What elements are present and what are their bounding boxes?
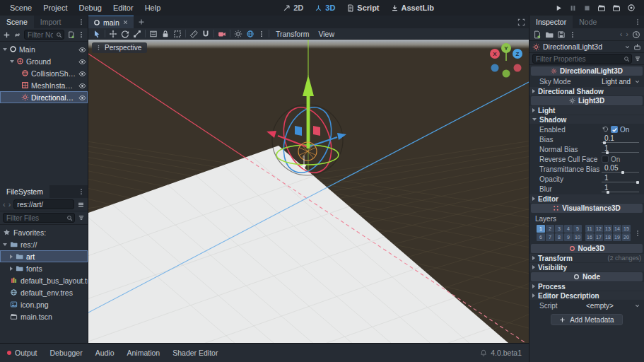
transform-menu[interactable]: Transform — [273, 30, 312, 38]
tab-filesystem[interactable]: FileSystem — [0, 185, 49, 198]
layer-cell[interactable]: 12 — [595, 225, 603, 233]
history-forward-icon[interactable]: › — [626, 30, 628, 38]
pause-button[interactable] — [569, 4, 577, 12]
new-resource-icon[interactable] — [533, 30, 541, 39]
layer-cell[interactable]: 1 — [537, 225, 545, 233]
section-shadow[interactable]: Shadow — [529, 115, 644, 124]
scene-tree-menu-icon[interactable] — [78, 31, 85, 38]
nav-back-icon[interactable]: ‹ — [3, 201, 6, 209]
menu-scene[interactable]: Scene — [4, 4, 37, 12]
expand-arrow-icon[interactable] — [10, 267, 13, 271]
tree-row-main[interactable]: Main — [0, 43, 88, 55]
nav-forward-icon[interactable]: › — [8, 201, 11, 209]
axis-ball-neg-x[interactable] — [514, 64, 522, 72]
bell-icon[interactable] — [480, 349, 487, 356]
dock-menu-icon[interactable] — [75, 16, 88, 28]
current-path-field[interactable] — [13, 199, 74, 209]
bottom-panel-animation[interactable]: Animation — [127, 349, 160, 357]
scale-tool-icon[interactable] — [133, 30, 141, 38]
ruler-icon[interactable] — [189, 30, 198, 38]
tree-row-collisionshape3d[interactable]: CollisionShape3d — [0, 67, 88, 79]
revert-icon[interactable] — [602, 126, 609, 133]
tree-row-ground[interactable]: Ground — [0, 55, 88, 67]
slider-grabber[interactable] — [606, 151, 609, 154]
visibility-eye-icon[interactable] — [78, 93, 86, 102]
sky-mode-dropdown[interactable]: Light and Sky — [602, 78, 640, 86]
transmittance-bias-spin-slider[interactable]: 0.05 — [602, 164, 640, 174]
fs-row-fonts[interactable]: fonts — [0, 262, 88, 274]
play-custom-scene-button[interactable] — [612, 4, 621, 12]
section-editor[interactable]: Editor — [529, 194, 644, 203]
layer-cell[interactable]: 20 — [622, 233, 631, 241]
tab-scene[interactable]: Scene — [0, 16, 34, 28]
add-node-button[interactable] — [3, 31, 11, 39]
layer-cell[interactable]: 4 — [564, 225, 573, 233]
play-button[interactable] — [555, 4, 563, 12]
layer-cell[interactable]: 13 — [604, 225, 612, 233]
layer-cell[interactable]: 5 — [573, 225, 582, 233]
view-axis-gizmo[interactable]: X Y Z — [487, 42, 525, 80]
rotate-tool-icon[interactable] — [121, 30, 129, 38]
fs-row-default-bus-layout[interactable]: default_bus_layout.tres — [0, 274, 88, 286]
distraction-free-icon[interactable] — [514, 16, 529, 28]
bottom-panel-output[interactable]: Output — [7, 349, 37, 357]
visibility-eye-icon[interactable] — [78, 45, 86, 54]
section-light[interactable]: Light — [529, 106, 644, 115]
workspace-script[interactable]: Script — [346, 4, 379, 12]
instance-scene-button[interactable] — [13, 31, 21, 39]
fs-row-main-tscn[interactable]: main.tscn — [0, 310, 88, 322]
collapse-arrow-icon[interactable] — [3, 48, 7, 51]
inspector-dock-menu-icon[interactable] — [631, 16, 644, 28]
bottom-panel-shader-editor[interactable]: Shader Editor — [172, 349, 218, 357]
scene-tab-main[interactable]: main — [88, 16, 134, 28]
slider-grabber[interactable] — [607, 191, 609, 194]
bias-spin-slider[interactable]: 0.1 — [602, 134, 640, 144]
add-metadata-button[interactable]: Add Metadata — [551, 314, 623, 325]
collapse-arrow-icon[interactable] — [10, 60, 14, 63]
fs-row-icon-png[interactable]: icon.png — [0, 298, 88, 310]
layer-cell[interactable]: 6 — [537, 233, 545, 241]
tree-row-meshinstance3d[interactable]: MeshInstance3d — [0, 79, 88, 91]
menu-project[interactable]: Project — [37, 4, 73, 12]
layer-cell[interactable]: 9 — [564, 233, 573, 241]
layer-cell[interactable]: 8 — [555, 233, 563, 241]
layer-cell[interactable]: 14 — [613, 225, 621, 233]
resource-menu-icon[interactable] — [569, 31, 576, 38]
workspace-3d[interactable]: 3D — [315, 4, 335, 12]
layer-cell[interactable]: 2 — [546, 225, 554, 233]
layer-cell[interactable]: 15 — [622, 225, 631, 233]
fs-row-res[interactable]: res:// — [0, 238, 88, 250]
filter-properties-input[interactable] — [532, 54, 632, 64]
split-mode-icon[interactable] — [77, 201, 85, 209]
layer-cell[interactable]: 19 — [613, 233, 621, 241]
load-resource-icon[interactable] — [545, 30, 554, 39]
menu-debug[interactable]: Debug — [73, 4, 107, 12]
object-options-icon[interactable] — [633, 43, 641, 51]
sun-toggle-icon[interactable] — [234, 30, 242, 38]
script-dropdown[interactable]: <empty> — [568, 302, 640, 310]
enabled-checkbox[interactable] — [611, 126, 618, 133]
preview-menu-icon[interactable] — [258, 30, 265, 37]
layer-cell[interactable]: 18 — [604, 233, 612, 241]
layer-cell[interactable]: 10 — [573, 233, 582, 241]
blur-spin-slider[interactable]: 1 — [602, 184, 640, 194]
close-icon[interactable] — [122, 19, 129, 25]
visibility-eye-icon[interactable] — [78, 81, 86, 90]
chevron-down-icon[interactable] — [624, 44, 631, 50]
section-directional-shadow[interactable]: Directional Shadow — [529, 87, 644, 95]
y-axis-arrow[interactable] — [307, 96, 310, 148]
menu-editor[interactable]: Editor — [107, 4, 139, 12]
layer-cell[interactable]: 16 — [585, 233, 594, 241]
move-tool-icon[interactable] — [109, 30, 117, 38]
history-icon[interactable] — [632, 30, 640, 39]
fs-row-favorites[interactable]: Favorites: — [0, 226, 88, 238]
play-scene-button[interactable] — [597, 4, 606, 12]
plane-handle-z[interactable] — [295, 126, 302, 136]
bottom-panel-audio[interactable]: Audio — [95, 349, 115, 357]
movie-maker-button[interactable] — [627, 4, 636, 12]
stop-button[interactable] — [583, 4, 591, 12]
lock-icon[interactable] — [161, 30, 170, 38]
tab-inspector[interactable]: Inspector — [529, 16, 573, 28]
bottom-panel-debugger[interactable]: Debugger — [50, 349, 83, 357]
filter-files-input[interactable] — [3, 213, 75, 223]
